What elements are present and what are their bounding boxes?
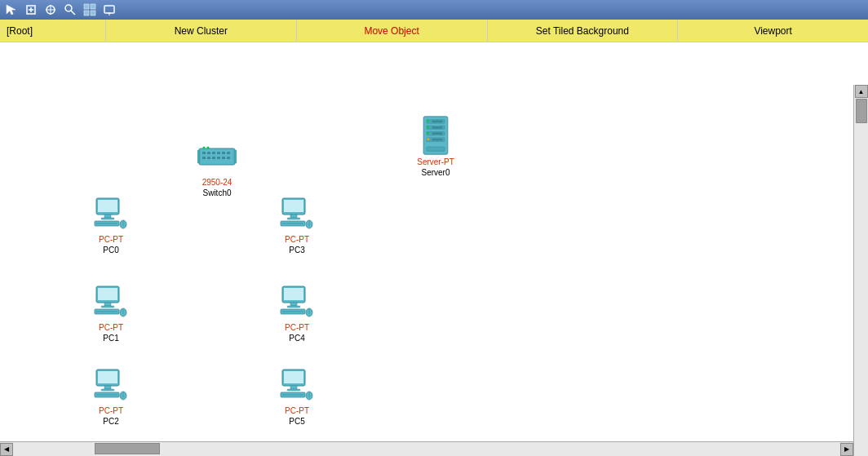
device-server0[interactable]: Server-PT Server0 <box>416 116 455 178</box>
svg-rect-23 <box>202 157 206 159</box>
move-tool[interactable] <box>42 2 59 18</box>
svg-rect-17 <box>202 152 206 154</box>
device-label-server0: Server-PT Server0 <box>417 157 454 178</box>
toolbar <box>0 0 868 20</box>
svg-rect-26 <box>217 157 220 159</box>
svg-point-29 <box>203 147 206 149</box>
svg-rect-18 <box>207 152 210 154</box>
svg-rect-22 <box>227 152 230 154</box>
svg-rect-65 <box>104 386 111 389</box>
svg-rect-24 <box>207 157 210 159</box>
device-switch0[interactable]: 2950-24 Switch0 <box>197 136 237 198</box>
device-pc5[interactable]: PC-PT PC5 <box>277 365 317 427</box>
svg-rect-72 <box>284 200 303 212</box>
device-icon-pc3 <box>277 193 317 232</box>
svg-marker-0 <box>7 5 16 15</box>
arrow-tool[interactable] <box>3 2 20 18</box>
device-pc0[interactable]: PC-PT PC0 <box>91 193 131 255</box>
svg-rect-11 <box>84 11 89 15</box>
device-icon-pc5 <box>277 365 317 404</box>
svg-rect-81 <box>290 303 297 306</box>
svg-rect-21 <box>222 152 225 154</box>
canvas[interactable]: 2950-24 Switch0 Server-PT Server0 <box>0 42 853 442</box>
svg-rect-80 <box>284 288 303 300</box>
svg-rect-49 <box>104 215 111 218</box>
svg-rect-20 <box>217 152 220 154</box>
device-label-pc0: PC-PT PC0 <box>99 234 123 255</box>
device-label-pc1: PC-PT PC1 <box>99 322 123 343</box>
svg-rect-9 <box>84 4 89 9</box>
svg-rect-73 <box>290 215 297 218</box>
device-label-switch0: 2950-24 Switch0 <box>202 177 232 198</box>
device-pc4[interactable]: PC-PT PC4 <box>277 281 317 343</box>
svg-point-30 <box>207 147 210 149</box>
device-pc2[interactable]: PC-PT PC2 <box>91 365 131 427</box>
svg-rect-90 <box>287 389 300 391</box>
grid-icon[interactable] <box>82 2 98 18</box>
menubar: [Root] New Cluster Move Object Set Tiled… <box>0 20 868 42</box>
svg-rect-44 <box>432 132 442 135</box>
menu-set-tiled-bg[interactable]: Set Tiled Background <box>488 20 679 42</box>
svg-rect-56 <box>98 288 117 300</box>
hscroll-left-btn[interactable]: ◀ <box>0 443 13 456</box>
device-icon-pc1 <box>91 281 131 321</box>
add-tool[interactable] <box>23 2 39 18</box>
svg-rect-19 <box>212 152 215 154</box>
svg-line-8 <box>71 11 75 15</box>
svg-rect-68 <box>96 394 117 396</box>
svg-point-39 <box>427 126 429 128</box>
svg-rect-48 <box>98 200 117 212</box>
scrollbar-bottom[interactable]: ◀ ▶ <box>0 441 853 456</box>
svg-rect-43 <box>432 126 442 129</box>
svg-rect-12 <box>91 11 95 15</box>
svg-point-7 <box>65 5 72 11</box>
svg-rect-52 <box>96 223 117 224</box>
device-icon-switch0 <box>197 136 237 175</box>
svg-rect-74 <box>287 218 300 219</box>
svg-rect-45 <box>432 139 442 141</box>
device-pc3[interactable]: PC-PT PC3 <box>277 193 317 255</box>
sim-icon[interactable] <box>101 2 117 18</box>
scroll-thumb[interactable] <box>856 99 867 123</box>
hscroll-thumb[interactable] <box>95 443 160 454</box>
svg-rect-58 <box>101 306 114 308</box>
svg-rect-66 <box>101 389 114 391</box>
svg-rect-84 <box>282 311 303 312</box>
svg-rect-42 <box>432 120 442 122</box>
device-icon-pc2 <box>91 365 131 404</box>
svg-rect-13 <box>104 6 114 13</box>
device-pc1[interactable]: PC-PT PC1 <box>91 281 131 343</box>
device-label-pc4: PC-PT PC4 <box>285 322 309 343</box>
svg-rect-57 <box>104 303 111 306</box>
svg-point-38 <box>427 120 429 122</box>
svg-point-41 <box>427 138 429 140</box>
device-label-pc5: PC-PT PC5 <box>285 405 309 427</box>
device-icon-pc4 <box>277 281 317 321</box>
device-icon-server0 <box>416 116 455 155</box>
svg-point-40 <box>427 132 429 135</box>
scroll-up-btn[interactable]: ▲ <box>855 85 868 98</box>
svg-rect-28 <box>227 157 230 159</box>
hscroll-right-btn[interactable]: ▶ <box>840 443 853 456</box>
svg-rect-31 <box>197 150 200 163</box>
menu-move-object[interactable]: Move Object <box>297 20 488 42</box>
svg-rect-64 <box>98 371 117 383</box>
svg-rect-89 <box>290 386 297 389</box>
svg-rect-27 <box>222 157 225 159</box>
scrollbar-right[interactable]: ▲ ▼ <box>853 85 868 456</box>
main-area: 2950-24 Switch0 Server-PT Server0 <box>0 42 868 442</box>
svg-rect-10 <box>91 4 95 9</box>
svg-rect-88 <box>284 371 303 383</box>
hscroll-track <box>13 442 840 456</box>
menu-viewport[interactable]: Viewport <box>678 20 868 42</box>
svg-rect-25 <box>212 157 215 159</box>
menu-root[interactable]: [Root] <box>0 20 106 42</box>
svg-rect-82 <box>287 306 300 308</box>
device-icon-pc0 <box>91 193 131 232</box>
menu-new-cluster[interactable]: New Cluster <box>106 20 297 42</box>
svg-rect-60 <box>96 311 117 312</box>
svg-rect-76 <box>282 223 303 224</box>
scroll-track <box>854 98 868 456</box>
zoom-tool[interactable] <box>62 2 78 18</box>
svg-rect-46 <box>427 147 445 152</box>
